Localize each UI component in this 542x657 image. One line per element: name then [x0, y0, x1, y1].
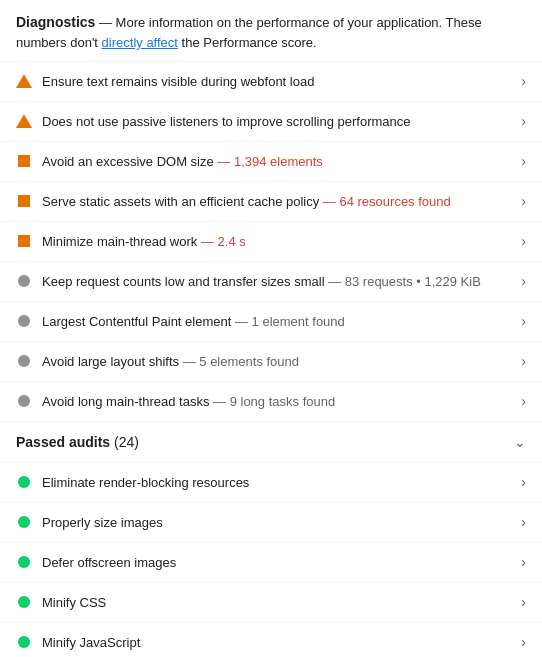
audit-label: Eliminate render-blocking resources [42, 475, 513, 490]
expand-icon: › [521, 273, 526, 289]
diagnostics-item-layout-shifts[interactable]: Avoid large layout shifts — 5 elements f… [0, 341, 542, 381]
orange-square-icon [18, 195, 30, 207]
audit-label: Ensure text remains visible during webfo… [42, 74, 513, 89]
audit-item-left: Keep request counts low and transfer siz… [16, 273, 513, 289]
expand-icon: › [521, 353, 526, 369]
audit-item-left: Avoid long main-thread tasks — 9 long ta… [16, 393, 513, 409]
expand-icon: › [521, 393, 526, 409]
audit-label: Keep request counts low and transfer siz… [42, 274, 513, 289]
expand-icon: › [521, 73, 526, 89]
diagnostics-section: Diagnostics — More information on the pe… [0, 0, 542, 421]
passed-audits-header[interactable]: Passed audits (24) ⌄ [0, 421, 542, 462]
diagnostics-item-ensure-text-visible[interactable]: Ensure text remains visible during webfo… [0, 61, 542, 101]
audit-item-left: Minify CSS [16, 594, 513, 610]
passed-item-properly-size-images[interactable]: Properly size images › [0, 502, 542, 542]
audit-item-left: Serve static assets with an efficient ca… [16, 193, 513, 209]
passed-item-defer-offscreen[interactable]: Defer offscreen images › [0, 542, 542, 582]
audit-meta: — 1 element found [231, 314, 344, 329]
audit-icon [16, 113, 32, 129]
orange-square-icon [18, 155, 30, 167]
audit-icon [16, 193, 32, 209]
audit-icon [16, 313, 32, 329]
audit-item-left: Minimize main-thread work — 2.4 s [16, 233, 513, 249]
passed-audits-title: Passed audits (24) [16, 434, 139, 450]
audit-label: Avoid long main-thread tasks — 9 long ta… [42, 394, 513, 409]
audit-item-left: Largest Contentful Paint element — 1 ele… [16, 313, 513, 329]
audit-item-left: Does not use passive listeners to improv… [16, 113, 513, 129]
expand-icon: › [521, 193, 526, 209]
audit-label: Minify JavaScript [42, 635, 513, 650]
green-circle-icon [18, 636, 30, 648]
passed-item-minify-js[interactable]: Minify JavaScript › [0, 622, 542, 658]
audit-meta: — 1,394 elements [214, 154, 323, 169]
diagnostics-item-static-assets-cache[interactable]: Serve static assets with an efficient ca… [0, 181, 542, 221]
expand-icon: › [521, 514, 526, 530]
expand-icon: › [521, 554, 526, 570]
audit-icon [16, 474, 32, 490]
audit-meta: — 83 requests • 1,229 KiB [325, 274, 481, 289]
audit-label: Avoid an excessive DOM size — 1,394 elem… [42, 154, 513, 169]
audit-label: Minimize main-thread work — 2.4 s [42, 234, 513, 249]
audit-icon [16, 353, 32, 369]
diagnostics-title: Diagnostics [16, 14, 95, 30]
audit-item-left: Ensure text remains visible during webfo… [16, 73, 513, 89]
audit-meta: — 9 long tasks found [209, 394, 335, 409]
expand-icon: › [521, 474, 526, 490]
audit-icon [16, 634, 32, 650]
diagnostics-list: Ensure text remains visible during webfo… [0, 61, 542, 421]
audit-icon [16, 514, 32, 530]
audit-icon [16, 233, 32, 249]
audit-item-left: Minify JavaScript [16, 634, 513, 650]
audit-item-left: Avoid an excessive DOM size — 1,394 elem… [16, 153, 513, 169]
audit-icon [16, 153, 32, 169]
expand-icon: › [521, 634, 526, 650]
diagnostics-item-passive-listeners[interactable]: Does not use passive listeners to improv… [0, 101, 542, 141]
audit-item-left: Properly size images [16, 514, 513, 530]
gray-circle-icon [18, 395, 30, 407]
audit-item-left: Defer offscreen images [16, 554, 513, 570]
diagnostics-item-lcp-element[interactable]: Largest Contentful Paint element — 1 ele… [0, 301, 542, 341]
warning-icon [16, 74, 32, 88]
audit-label: Avoid large layout shifts — 5 elements f… [42, 354, 513, 369]
expand-icon: › [521, 113, 526, 129]
audit-meta: — 64 resources found [319, 194, 451, 209]
audit-icon [16, 594, 32, 610]
audit-label: Does not use passive listeners to improv… [42, 114, 513, 129]
expand-icon: › [521, 594, 526, 610]
diagnostics-item-request-counts[interactable]: Keep request counts low and transfer siz… [0, 261, 542, 301]
audit-meta: — 2.4 s [197, 234, 245, 249]
passed-item-minify-css[interactable]: Minify CSS › [0, 582, 542, 622]
warning-icon [16, 114, 32, 128]
expand-icon: › [521, 153, 526, 169]
passed-audits-section: Passed audits (24) ⌄ Eliminate render-bl… [0, 421, 542, 658]
collapse-icon: ⌄ [514, 434, 526, 450]
gray-circle-icon [18, 315, 30, 327]
green-circle-icon [18, 516, 30, 528]
audit-meta: — 5 elements found [179, 354, 299, 369]
orange-square-icon [18, 235, 30, 247]
expand-icon: › [521, 233, 526, 249]
audit-label: Largest Contentful Paint element — 1 ele… [42, 314, 513, 329]
green-circle-icon [18, 596, 30, 608]
audit-item-left: Eliminate render-blocking resources [16, 474, 513, 490]
passed-item-render-blocking[interactable]: Eliminate render-blocking resources › [0, 462, 542, 502]
passed-audits-list: Eliminate render-blocking resources › Pr… [0, 462, 542, 658]
audit-icon [16, 73, 32, 89]
directly-affect-link[interactable]: directly affect [102, 35, 178, 50]
diagnostics-header: Diagnostics — More information on the pe… [0, 0, 542, 61]
audit-item-left: Avoid large layout shifts — 5 elements f… [16, 353, 513, 369]
green-circle-icon [18, 476, 30, 488]
gray-circle-icon [18, 275, 30, 287]
diagnostics-item-long-tasks[interactable]: Avoid long main-thread tasks — 9 long ta… [0, 381, 542, 421]
audit-label: Serve static assets with an efficient ca… [42, 194, 513, 209]
audit-label: Minify CSS [42, 595, 513, 610]
expand-icon: › [521, 313, 526, 329]
audit-icon [16, 393, 32, 409]
green-circle-icon [18, 556, 30, 568]
diagnostics-item-main-thread-work[interactable]: Minimize main-thread work — 2.4 s › [0, 221, 542, 261]
gray-circle-icon [18, 355, 30, 367]
audit-icon [16, 554, 32, 570]
audit-label: Properly size images [42, 515, 513, 530]
diagnostics-item-dom-size[interactable]: Avoid an excessive DOM size — 1,394 elem… [0, 141, 542, 181]
audit-icon [16, 273, 32, 289]
